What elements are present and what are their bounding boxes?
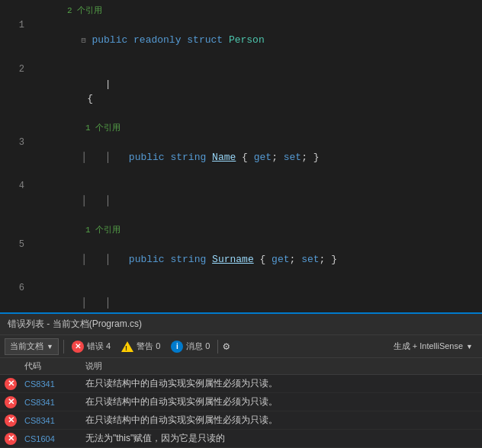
code-line-5: 5 │ │ public string Surname { get; set; … xyxy=(0,238,482,281)
ref-count-1: 2 个引用 xyxy=(67,6,102,15)
error-desc-2: 在只读结构中的自动实现实例属性必须为只读。 xyxy=(82,395,482,408)
warning-icon-badge: ! xyxy=(121,341,133,352)
ref-count-2: 1 个引用 xyxy=(85,123,120,133)
panel-title: 错误列表 - 当前文档(Program.cs) xyxy=(8,318,142,331)
error-row-1[interactable]: ✕ CS8341 在只读结构中的自动实现实例属性必须为只读。 xyxy=(0,375,482,393)
filter-icon: ⚙ xyxy=(223,340,229,353)
error-code-2: CS8341 xyxy=(21,398,82,407)
chevron-down-icon: ▼ xyxy=(47,343,53,350)
line-num-5: 5 xyxy=(0,238,31,252)
ref-line-2: 1 个引用 xyxy=(0,120,482,136)
collapse-1[interactable]: ⊟ xyxy=(81,34,90,48)
error-panel: 错误列表 - 当前文档(Program.cs) 当前文档 ▼ ✕ 错误 4 ! xyxy=(0,312,482,448)
warning-label: 警告 0 xyxy=(137,341,160,352)
info-icon-badge: i xyxy=(171,341,183,353)
chevron-down-icon-build: ▼ xyxy=(466,343,473,350)
col-header-desc: 说明 xyxy=(82,360,482,372)
error-icon-badge: ✕ xyxy=(72,341,84,353)
line-num-1: 1 xyxy=(0,18,31,33)
error-table-header: 代码 说明 xyxy=(0,358,482,375)
line-num-2: 2 xyxy=(0,62,31,77)
code-2: | { xyxy=(31,62,482,120)
code-line-1: 1 ⊟public readonly struct Person xyxy=(0,18,482,62)
code-line-4: 4 │ │ xyxy=(0,179,482,222)
error-label: 错误 4 xyxy=(87,341,111,352)
error-row-2[interactable]: ✕ CS8341 在只读结构中的自动实现实例属性必须为只读。 xyxy=(0,393,482,411)
app-container: 2 个引用 1 ⊟public readonly struct Person 2… xyxy=(0,0,482,448)
code-1: ⊟public readonly struct Person xyxy=(31,18,482,62)
error-code-4: CS1604 xyxy=(21,434,82,443)
message-label: 消息 0 xyxy=(186,341,210,352)
current-doc-dropdown[interactable]: 当前文档 ▼ xyxy=(5,338,59,355)
build-btn[interactable]: 生成 + IntelliSense ▼ xyxy=(389,339,477,354)
toolbar-sep-2 xyxy=(217,340,218,354)
error-code-3: CS8341 xyxy=(21,416,82,425)
ref-line-top: 2 个引用 xyxy=(0,3,482,18)
error-row-3[interactable]: ✕ CS8341 在只读结构中的自动实现实例属性必须为只读。 xyxy=(0,411,482,430)
error-code-1: CS8341 xyxy=(21,379,82,389)
error-icon-1: ✕ xyxy=(0,378,21,390)
error-panel-header: 错误列表 - 当前文档(Program.cs) xyxy=(0,314,482,335)
toolbar-sep-1 xyxy=(63,340,64,354)
line-num-3: 3 xyxy=(0,136,31,150)
warning-count-btn[interactable]: ! 警告 0 xyxy=(118,339,163,354)
message-count-btn[interactable]: i 消息 0 xyxy=(168,339,213,354)
code-4: │ │ xyxy=(31,179,482,222)
error-icon-3: ✕ xyxy=(0,414,21,427)
error-row-4[interactable]: ✕ CS1604 无法为"this"赋值，因为它是只读的 xyxy=(0,430,482,448)
error-rows-container: ✕ CS8341 在只读结构中的自动实现实例属性必须为只读。 ✕ CS8341 … xyxy=(0,375,482,448)
code-3: │ │ public string Name { get; set; } xyxy=(31,136,482,179)
line-num-4: 4 xyxy=(0,179,31,194)
error-count-btn[interactable]: ✕ 错误 4 xyxy=(69,339,114,354)
error-desc-4: 无法为"this"赋值，因为它是只读的 xyxy=(82,432,482,445)
error-desc-1: 在只读结构中的自动实现实例属性必须为只读。 xyxy=(82,377,482,390)
error-icon-4: ✕ xyxy=(0,433,21,445)
code-5: │ │ public string Surname { get; set; } xyxy=(31,238,482,281)
line-num-6: 6 xyxy=(0,281,31,296)
ref-line-3: 1 个引用 xyxy=(0,222,482,238)
col-header-code: 代码 xyxy=(21,360,82,372)
editor-area: 2 个引用 1 ⊟public readonly struct Person 2… xyxy=(0,0,482,320)
col-header-icon xyxy=(0,360,21,372)
error-toolbar: 当前文档 ▼ ✕ 错误 4 ! 警告 0 i xyxy=(0,335,482,358)
ref-count-3: 1 个引用 xyxy=(85,226,120,235)
code-line-2: 2 | { xyxy=(0,62,482,120)
error-desc-3: 在只读结构中的自动实现实例属性必须为只读。 xyxy=(82,414,482,427)
code-line-3: 3 │ │ public string Name { get; set; } xyxy=(0,136,482,179)
error-icon-2: ✕ xyxy=(0,396,21,408)
